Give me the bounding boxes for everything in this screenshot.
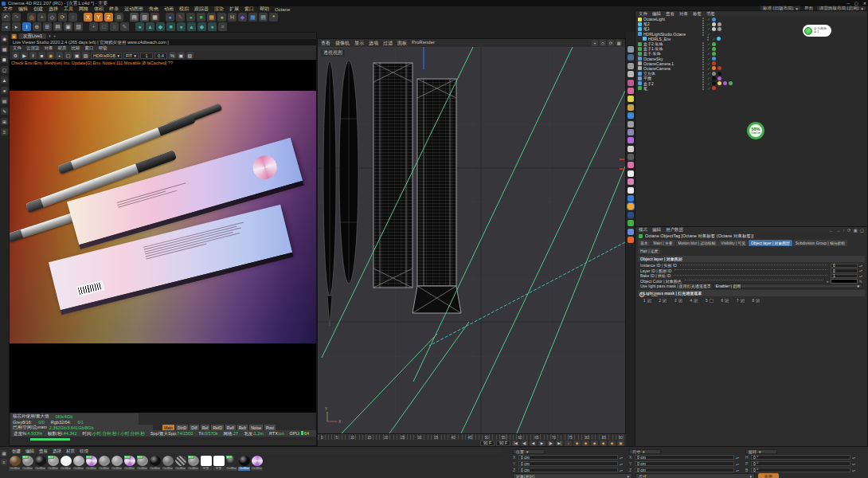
material-label[interactable]: OctMat bbox=[60, 467, 72, 471]
mode-texture-icon[interactable]: ▦ bbox=[1, 45, 8, 53]
material-item[interactable]: OctMat bbox=[238, 456, 250, 471]
plugin-icon[interactable] bbox=[628, 178, 634, 185]
scatter-tool-icon[interactable]: ▲ bbox=[146, 22, 154, 31]
display-icon[interactable]: ▤ bbox=[259, 13, 268, 22]
undo-icon[interactable]: ↶ bbox=[2, 13, 10, 22]
mode-lock-icon[interactable]: ≡ bbox=[1, 128, 8, 135]
mask-bit[interactable]: 1✓ bbox=[643, 299, 651, 303]
stepper-icon[interactable]: ▴▾ bbox=[852, 462, 855, 466]
object-name[interactable]: 平面 bbox=[643, 76, 699, 80]
material-item[interactable]: OctMat bbox=[162, 456, 174, 471]
timeline-ruler[interactable]: 051015202530354045505560657075808590 bbox=[318, 434, 626, 440]
visibility-dots[interactable] bbox=[702, 81, 704, 85]
plugin-icon[interactable] bbox=[628, 88, 634, 94]
lv-menu-比较[interactable]: 比较 bbox=[72, 45, 80, 51]
stop-icon[interactable]: ■ bbox=[38, 52, 45, 59]
lv-menu-窗口[interactable]: 窗口 bbox=[85, 45, 94, 51]
visibility-dots[interactable] bbox=[702, 52, 704, 56]
mask-checkbox[interactable]: ✓ bbox=[725, 299, 729, 303]
material-item[interactable]: MIXOctMat bbox=[123, 456, 135, 471]
film-icon[interactable]: ▤ bbox=[53, 22, 62, 31]
texture-tag-icon[interactable] bbox=[723, 81, 727, 85]
enabled-check-icon[interactable]: ✓ bbox=[707, 41, 710, 46]
material-ball[interactable]: MIX bbox=[48, 456, 59, 466]
texture-tag-icon[interactable] bbox=[712, 18, 716, 22]
om-menu-查看[interactable]: 查看 bbox=[666, 11, 674, 17]
snapshot-icon[interactable]: ▣ bbox=[178, 52, 185, 59]
lv-menu-帮助[interactable]: 帮助 bbox=[99, 45, 108, 51]
visibility-dots[interactable] bbox=[702, 72, 704, 76]
coord-value-field[interactable]: 0 cm bbox=[635, 468, 734, 473]
vp-menu-查看[interactable]: 查看 bbox=[321, 40, 330, 47]
mat-menu-选择[interactable]: 选择 bbox=[53, 449, 61, 454]
mat-menu-创建[interactable]: 创建 bbox=[12, 449, 21, 454]
visibility-dots[interactable] bbox=[702, 57, 704, 61]
vp-menu-显示[interactable]: 显示 bbox=[354, 40, 364, 47]
object-name[interactable]: 笔 bbox=[643, 86, 699, 91]
green-cube-icon[interactable]: ■ bbox=[197, 13, 205, 22]
plugin-icon[interactable] bbox=[628, 146, 634, 152]
plugin-icon[interactable] bbox=[628, 54, 634, 61]
sliders-icon[interactable] bbox=[651, 292, 658, 296]
material-item[interactable]: OctMat bbox=[98, 456, 110, 471]
stepper-icon[interactable]: ▴▾ bbox=[620, 456, 623, 460]
circle-tool-icon[interactable]: ○ bbox=[110, 22, 119, 31]
zoom-view-icon[interactable]: ◇ bbox=[600, 40, 606, 46]
texture-tag-icon[interactable] bbox=[712, 57, 716, 61]
vp-menu-摄像机[interactable]: 摄像机 bbox=[335, 40, 350, 47]
field-value[interactable]: 1 bbox=[831, 274, 858, 279]
visibility-dots[interactable] bbox=[702, 86, 704, 90]
plugin-icon[interactable] bbox=[628, 195, 634, 202]
mask-bit[interactable]: 2✓ bbox=[659, 299, 667, 303]
material-label[interactable]: OctMat bbox=[9, 467, 21, 471]
mat-menu-材质[interactable]: 材质 bbox=[66, 449, 75, 454]
gamma-field[interactable]: 0.4 bbox=[154, 53, 167, 59]
pass-tab-Noise[interactable]: Noise bbox=[249, 425, 263, 430]
enabled-check-icon[interactable]: ✓ bbox=[707, 81, 710, 86]
render-settings-icon[interactable]: ▦ bbox=[151, 13, 159, 22]
key-pla-button[interactable]: ▣ bbox=[617, 441, 624, 446]
material-ball[interactable]: MIX bbox=[137, 456, 148, 466]
coord-header-dropdown[interactable]: 位置▾ bbox=[513, 449, 545, 454]
mask-checkbox[interactable]: ✓ bbox=[741, 299, 745, 303]
enabled-check-icon[interactable]: ✓ bbox=[707, 57, 710, 61]
stepper-icon[interactable]: ▴▾ bbox=[852, 456, 855, 460]
coord-value-field[interactable]: 0 cm bbox=[635, 461, 734, 467]
enabled-check-icon[interactable]: ✓ bbox=[707, 71, 710, 76]
texture-tag-icon[interactable] bbox=[717, 37, 721, 41]
material-item[interactable]: MIXOctMat bbox=[85, 456, 97, 471]
om-menu-标签[interactable]: 标签 bbox=[693, 11, 702, 17]
material-ball[interactable] bbox=[111, 456, 123, 466]
expand-arrow-icon[interactable]: ▸ bbox=[827, 279, 829, 284]
workplane-icon[interactable]: ⊞ bbox=[43, 22, 52, 31]
texture-tag-icon[interactable] bbox=[712, 66, 716, 70]
plugin-icon[interactable] bbox=[628, 212, 634, 218]
stepper-icon[interactable]: ▴▾ bbox=[736, 456, 739, 460]
texture-tag-icon[interactable] bbox=[729, 81, 733, 85]
material-item[interactable]: OctMat bbox=[9, 456, 21, 471]
am-nav-icon[interactable]: ▣ bbox=[854, 228, 858, 233]
mask-bit[interactable]: 7✓ bbox=[737, 299, 745, 303]
scatter-tool-icon[interactable]: ▲ bbox=[187, 22, 196, 31]
material-manager-icon[interactable]: ▦ bbox=[1, 450, 7, 456]
plugin-icon[interactable] bbox=[628, 237, 634, 243]
material-item[interactable]: 材质 bbox=[200, 456, 212, 471]
mask-bit[interactable]: 6✓ bbox=[721, 299, 729, 303]
stepper-icon[interactable]: ▴▾ bbox=[859, 274, 862, 278]
coord-value-field[interactable]: 0 ° bbox=[751, 455, 850, 460]
texture-tag-icon[interactable] bbox=[717, 22, 721, 26]
material-item[interactable]: MIXOctMat bbox=[47, 456, 59, 471]
cube-tool-icon[interactable]: □ bbox=[100, 22, 108, 31]
object-name[interactable]: OctaneCamera bbox=[643, 66, 699, 71]
scatter-tool-icon[interactable]: ◆ bbox=[197, 22, 206, 31]
material-ball[interactable] bbox=[201, 456, 212, 466]
material-label[interactable]: OctMat bbox=[111, 467, 123, 471]
scatter-tool-icon[interactable]: ◆ bbox=[156, 22, 165, 31]
material-label[interactable]: OctMat bbox=[123, 467, 135, 471]
texture-tag-icon[interactable] bbox=[717, 72, 721, 76]
material-item[interactable]: MIXOctMat bbox=[187, 456, 199, 471]
pass-tab-DirtD[interactable]: DirtD bbox=[176, 425, 188, 430]
layer-manager-icon[interactable]: ≡ bbox=[1, 459, 7, 465]
visibility-dots[interactable] bbox=[702, 22, 704, 26]
material-ball[interactable]: MIX bbox=[124, 456, 135, 466]
